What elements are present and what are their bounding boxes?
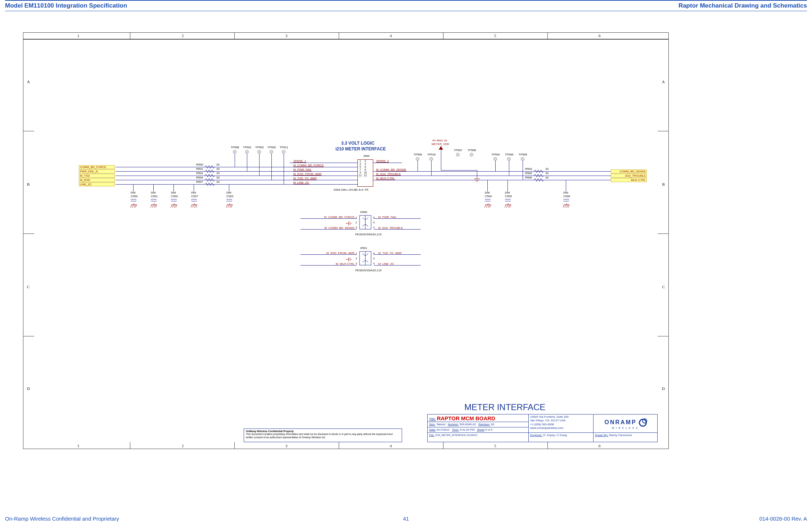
border-top (23, 33, 668, 39)
dni-label: DNI (226, 191, 231, 194)
cap-ref: C505 (505, 195, 512, 198)
dni-label: DNI (191, 191, 196, 194)
border-col-4b: 4 (390, 444, 392, 448)
testpoint-icon (245, 150, 249, 154)
svg-line-67 (567, 205, 568, 208)
tvs-diode-icon: 162534 (355, 214, 376, 232)
testpoint-icon (521, 157, 524, 161)
tb-sheet: 5 (485, 428, 487, 431)
proprietary-body: This document contains proprietary infor… (246, 433, 400, 439)
svg-line-58 (506, 205, 508, 208)
logo-ring-icon (639, 419, 647, 427)
tb-engineer: D. Espey / C.Kang (543, 434, 567, 437)
svg-text:2: 2 (356, 257, 357, 260)
border-row-a-r: A (662, 80, 665, 84)
testpoint-icon (416, 157, 419, 161)
svg-line-51 (488, 205, 490, 208)
r502-val: 33 (216, 172, 220, 175)
tb-rev: 00 (491, 423, 494, 426)
net-m-i210-trouble: M_i210_TROUBLE (376, 172, 401, 176)
logo-main-text: ONRAMP (604, 419, 636, 425)
tb-time: 5:41:52 PM (460, 428, 474, 431)
svg-line-25 (171, 205, 172, 208)
svg-line-19 (154, 205, 155, 208)
border-col-1b: 1 (77, 444, 80, 448)
svg-text:3: 3 (356, 226, 357, 229)
tb-date: 8/17/2012 (437, 428, 450, 431)
tvs-part: PESD3V3S4UD,115 (355, 269, 382, 272)
section-title: METER INTERFACE (464, 402, 545, 412)
capacitor-icon (226, 198, 232, 203)
dni-label: DNI (485, 191, 490, 194)
tp509-label: TP509 (414, 153, 422, 156)
tb-size: Tabloid (436, 423, 445, 426)
testpoint-icon (493, 157, 497, 161)
tb-rev-label: Revision: (478, 423, 490, 426)
tvs-diode-icon: 162534 (355, 250, 376, 268)
capacitor-icon (485, 198, 491, 203)
net-m-rxd-from-amr: M_RXD_FROM_AMR (293, 172, 321, 176)
ground-icon (226, 203, 233, 208)
tb-file: I210_METER_INTERFACE.SCHDOC (435, 434, 477, 436)
testpoint-icon (270, 150, 273, 154)
border-row-a: A (27, 80, 30, 84)
tb-addr2: San Diego, CA, 92127 USA (530, 419, 592, 422)
capacitor-icon (131, 198, 136, 203)
svg-line-59 (508, 205, 510, 208)
r507-ref: R507 (196, 180, 203, 183)
tb-addr1: 10920 Via Frontera, Suite 200 (530, 415, 592, 419)
proprietary-heading: OnRamp Wireless Confidential Property (246, 430, 400, 433)
border-row-d: D (27, 386, 30, 391)
footer-left: On-Ramp Wireless Confidential and Propri… (5, 516, 119, 522)
doc-title-right: Raptor Mechanical Drawing and Schematics (678, 2, 807, 9)
dni-label: DNI (131, 191, 136, 194)
svg-text:4: 4 (373, 226, 375, 229)
border-col-6b: 6 (599, 444, 601, 448)
port-line-zc: LINE_ZC (79, 182, 115, 186)
capacitor-icon (151, 198, 157, 203)
border-col-2b: 2 (182, 444, 184, 448)
tb-title-label: Title: (429, 417, 436, 421)
net-m-pwr-fail: M_PWR_FAIL (293, 168, 312, 171)
ground-icon (563, 203, 570, 208)
port-i210-trouble: i210_TROUBLE (611, 174, 647, 178)
j500-ref: J500 (363, 154, 369, 158)
cap-ref: C502 (171, 195, 178, 198)
ground-icon (484, 203, 492, 208)
tb-sheet-total: 5 (491, 428, 492, 431)
tp507-label: TP507 (454, 149, 463, 152)
dni-label: DNI (505, 191, 510, 194)
j500-part: SSM-106-L-DV-BE-A-K-TR (334, 188, 368, 191)
svg-line-50 (486, 205, 488, 208)
testpoint-icon (429, 157, 433, 161)
resistor-array-right (534, 169, 544, 182)
svg-line-11 (134, 205, 135, 208)
svg-line-65 (563, 205, 564, 208)
border-col-4: 4 (390, 33, 392, 38)
border-col-2: 2 (182, 33, 184, 38)
svg-line-28 (176, 205, 177, 208)
tb-drawn-label: Drawn By: (595, 434, 608, 437)
meter-vdd-rating: 4V MAX 1A (432, 139, 447, 142)
cap-ref: C503 (226, 195, 233, 198)
tp508-label: TP508 (468, 149, 476, 152)
svg-text:2: 2 (356, 221, 357, 224)
meter-vdd-label: METER_VDD (432, 142, 449, 146)
tb-title: RAPTOR MCM BOARD (437, 415, 495, 421)
net-m-txd-to-amr: M_TXD_TO_AMR (293, 177, 317, 180)
tp506-label: TP506 (505, 153, 514, 156)
tb-sheet-of: of (488, 428, 490, 431)
border-col-5: 5 (494, 33, 496, 38)
r503-ref: R503 (525, 167, 532, 171)
r506-ref: R506 (525, 176, 532, 179)
tvs-ref: D500 (360, 210, 367, 214)
tb-date-label: Date: (429, 428, 436, 431)
svg-line-57 (505, 205, 506, 208)
port-comm-bd-force: COMM_BD_FORCE (79, 165, 115, 169)
r500-val: 33 (216, 163, 220, 166)
testpoint-icon (456, 153, 460, 157)
r507-val: 33 (216, 180, 220, 183)
dni-label: DNI (171, 191, 176, 194)
r505-val: 33 (545, 172, 549, 175)
port-m-rxd: M_RXD (79, 178, 115, 182)
